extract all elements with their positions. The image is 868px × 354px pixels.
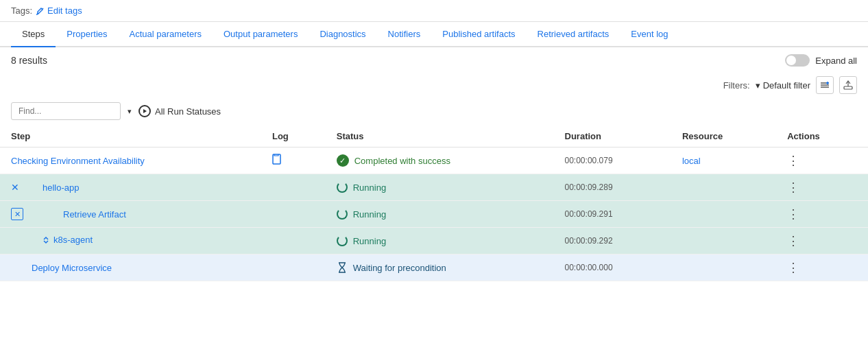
status-filter-button[interactable]: All Run Statuses [138,105,221,117]
table-row: Deploy Microservice Waiting for precondi… [0,255,868,281]
duration-cell: 00:00:09.291 [554,201,671,228]
chevron-down-icon: ▾ [756,80,760,91]
status-text: Waiting for precondition [353,263,446,273]
updown-arrows-icon [41,235,51,245]
play-circle-icon [138,105,151,117]
log-icon[interactable] [272,158,283,168]
actions-menu-button[interactable]: ⋮ [787,261,800,274]
filters-row: Filters: ▾ Default filter [0,73,868,99]
col-status: Status [326,126,554,148]
resource-cell [671,255,776,281]
log-cell [261,228,326,255]
success-icon: ✓ [337,154,349,167]
tags-label: Tags: [11,5,32,16]
step-link[interactable]: hello-app [22,182,80,193]
table-row: ✕ Retrieve Artifact Running 00:00:09.291… [0,201,868,228]
tab-properties[interactable]: Properties [56,22,118,47]
expand-all-label: Expand all [815,56,857,66]
col-log: Log [261,126,326,148]
running-icon [337,182,348,193]
status-cell: Running [326,174,554,201]
filters-label: Filters: [723,80,750,91]
table-row: ✕ hello-app Running 00:00:09.289 ⋮ [0,174,868,201]
svg-rect-5 [844,86,852,89]
resource-cell [671,201,776,228]
find-input[interactable] [11,102,121,120]
edit-icon [36,7,45,15]
resource-cell [671,174,776,201]
step-link[interactable]: Deploy Microservice [11,263,112,273]
status-text: Running [353,236,386,246]
tab-published-artifacts[interactable]: Published artifacts [431,22,526,47]
search-row: ▾ All Run Statuses [0,99,868,126]
step-link[interactable]: Retrieve Artifact [29,209,126,220]
table-row: Checking Environment Availability ✓ Comp… [0,148,868,174]
top-bar: Tags: Edit tags [0,0,868,22]
resource-cell [671,228,776,255]
col-actions: Actions [776,126,868,148]
running-icon [337,235,348,246]
hourglass-icon [337,262,348,273]
duration-cell: 00:00:00.000 [554,255,671,281]
actions-cell: ⋮ [776,228,868,255]
tab-output-parameters[interactable]: Output parameters [213,22,309,47]
status-cell: ✓ Completed with success [326,148,554,174]
toolbar: 8 results Expand all [0,47,868,73]
step-cell: ✕ Retrieve Artifact [0,201,261,228]
log-cell [261,148,326,174]
actions-cell: ⋮ [776,148,868,174]
tab-notifiers[interactable]: Notifiers [377,22,432,47]
export-icon [843,80,853,90]
find-chevron-icon: ▾ [128,107,132,116]
status-filter-label: All Run Statuses [155,106,221,117]
running-icon [337,209,348,220]
duration-cell: 00:00:09.289 [554,174,671,201]
actions-menu-button[interactable]: ⋮ [787,180,800,194]
expand-icon[interactable]: ✕ [11,208,23,220]
collapse-icon[interactable]: ✕ [11,182,19,193]
steps-table: Step Log Status Duration Resource Action… [0,126,868,281]
step-cell: k8s-agent [0,228,261,255]
col-duration: Duration [554,126,671,148]
add-filter-button[interactable] [816,76,834,94]
resource-cell: local [671,148,776,174]
actions-menu-button[interactable]: ⋮ [787,234,800,248]
tabs-bar: Steps Properties Actual parameters Outpu… [0,22,868,47]
tab-diagnostics[interactable]: Diagnostics [309,22,376,47]
expand-all-group: Expand all [785,54,857,67]
duration-cell: 00:00:09.292 [554,228,671,255]
tab-steps[interactable]: Steps [11,22,56,47]
log-cell [261,174,326,201]
status-cell: Running [326,201,554,228]
actions-menu-button[interactable]: ⋮ [787,207,800,221]
svg-marker-7 [143,109,147,113]
col-resource: Resource [671,126,776,148]
results-count: 8 results [11,55,47,66]
step-cell: Deploy Microservice [0,255,261,281]
default-filter-dropdown[interactable]: ▾ Default filter [756,80,810,91]
actions-menu-button[interactable]: ⋮ [787,154,800,167]
col-step: Step [0,126,261,148]
resource-link[interactable]: local [682,156,701,166]
tab-retrieved-artifacts[interactable]: Retrieved artifacts [527,22,620,47]
duration-cell: 00:00:00.079 [554,148,671,174]
edit-tags-link[interactable]: Edit tags [36,5,82,16]
status-cell: Waiting for precondition [326,255,554,281]
add-filter-icon [820,80,830,90]
step-link[interactable]: k8s-agent [53,235,93,245]
tab-actual-parameters[interactable]: Actual parameters [119,22,213,47]
table-row: k8s-agent Running 00:00:09.292 ⋮ [0,228,868,255]
actions-cell: ⋮ [776,174,868,201]
table-header: Step Log Status Duration Resource Action… [0,126,868,148]
tab-event-log[interactable]: Event log [620,22,679,47]
step-cell: Checking Environment Availability [0,148,261,174]
log-cell [261,255,326,281]
export-button[interactable] [839,76,857,94]
step-cell: ✕ hello-app [0,174,261,201]
status-cell: Running [326,228,554,255]
actions-cell: ⋮ [776,201,868,228]
log-cell [261,201,326,228]
expand-all-toggle[interactable] [785,54,810,67]
step-link[interactable]: Checking Environment Availability [11,156,145,166]
status-text: Completed with success [354,156,450,166]
